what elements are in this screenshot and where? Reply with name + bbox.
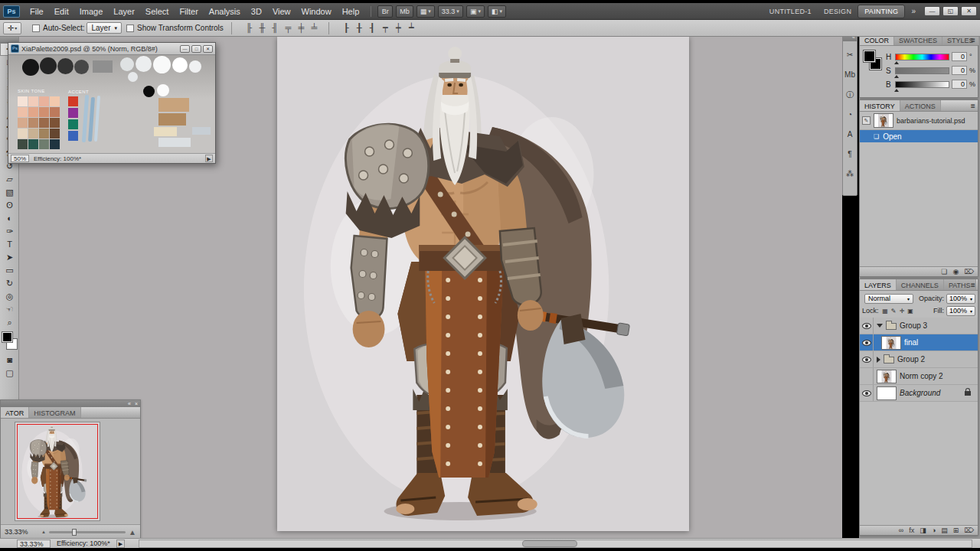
visibility-toggle[interactable] [860,351,874,367]
bridge-button[interactable]: Br [377,5,393,18]
pen-tool[interactable]: ✑ [0,225,19,238]
palette-close-button[interactable]: ✕ [203,45,213,53]
menu-layer[interactable]: Layer [108,3,140,20]
tab-history[interactable]: HISTORY [860,100,900,111]
visibility-toggle[interactable] [860,318,874,334]
show-transform-checkbox[interactable] [126,24,134,32]
zoom-slider-thumb[interactable] [72,529,77,536]
menu-3d[interactable]: 3D [246,3,267,20]
zoom-in-icon[interactable]: ▲ [129,528,136,536]
zoom-tool[interactable]: ⌕ [0,316,19,329]
blur-tool[interactable]: ʘ [0,199,19,212]
channel-slider-h[interactable] [895,54,949,60]
layers-panel-menu-button[interactable]: ≣ [970,282,975,289]
lock-all-icon[interactable]: ▣ [906,308,915,315]
link-layers-button[interactable]: ∞ [899,527,903,534]
auto-select-checkbox[interactable] [32,24,40,32]
layer-row-group-2[interactable]: Group 2 [860,351,978,368]
menu-analysis[interactable]: Analysis [204,3,246,20]
new-group-button[interactable]: ▤ [941,527,948,534]
menu-window[interactable]: Window [296,3,337,20]
zoom-out-icon[interactable]: ▲ [41,530,46,534]
clone-source-panel-button[interactable]: ⁂ [843,168,857,181]
fill-field[interactable]: 100% ▾ [946,306,975,316]
delete-state-button[interactable]: ⌦ [964,268,974,276]
layer-row-group-3[interactable]: Group 3 [860,318,978,334]
history-state-open[interactable]: ❏Open [860,130,978,142]
hand-tool[interactable]: ☜ [0,303,19,316]
mini-bridge-button[interactable]: Mb [396,5,413,18]
toolbar-screen-mode-button[interactable]: ▢ [0,367,19,380]
workspace-tab-design[interactable]: DESIGN [818,5,858,18]
palette-scroll-right-button[interactable]: ▶ [205,155,213,162]
paragraph-panel-button[interactable]: ¶ [843,148,857,161]
color-panel-menu-button[interactable]: ≣ [970,37,975,44]
align-vertical-centers-icon[interactable]: ╪ [295,22,308,34]
mini-bridge-panel-button[interactable]: Mb [843,69,857,81]
screen-mode-button[interactable]: ◧▾ [488,5,506,18]
delete-layer-button[interactable]: ⌦ [964,527,974,534]
navigator-thumbnail[interactable] [15,422,100,521]
3d-camera-tool[interactable]: ◎ [0,290,19,303]
workspace-tab-painting[interactable]: PAINTING [858,5,905,18]
lock-image-pixels-icon[interactable]: ✎ [890,308,898,315]
adjustment-layer-button[interactable]: ◑ [932,527,936,534]
channel-slider-s[interactable] [895,67,949,74]
new-layer-button[interactable]: ⊞ [953,527,959,534]
view-extras-button[interactable]: ▦▾ [416,5,435,18]
add-layer-mask-button[interactable]: ◨ [920,527,926,534]
type-tool[interactable]: T [0,238,19,251]
document-canvas[interactable] [277,37,689,531]
create-snapshot-button[interactable]: ◉ [952,268,959,276]
menu-view[interactable]: View [267,3,296,20]
close-icon[interactable]: × [135,400,138,407]
history-snapshot-row[interactable]: ✎ barbarians-tutorial.psd [860,112,978,130]
navigator-zoom-field[interactable]: 33.33% [5,528,38,536]
visibility-toggle-empty[interactable] [860,368,874,384]
auto-select-dropdown[interactable]: Layer ▾ [87,22,122,34]
tab-layers[interactable]: LAYERS [860,279,897,290]
tab-channels[interactable]: CHANNELS [897,279,944,290]
layer-style-button[interactable]: fx [909,527,914,534]
navigator-zoom-slider[interactable] [49,531,126,533]
3d-rotate-tool[interactable]: ↻ [0,277,19,290]
quick-mask-button[interactable]: ◙ [0,354,19,367]
blend-mode-dropdown[interactable]: Normal ▾ [864,294,913,304]
new-document-from-state-button[interactable]: ❏ [941,268,947,276]
align-bottom-edges-icon[interactable]: ╧ [308,22,321,34]
shape-tool[interactable]: ▭ [0,264,19,277]
palette-zoom-field[interactable]: 50% [11,155,29,162]
menu-image[interactable]: Image [74,3,109,20]
menu-help[interactable]: Help [337,3,365,20]
arrange-documents-button[interactable]: ▣▾ [466,5,485,18]
scrollbar-thumb[interactable] [522,540,577,547]
lock-transparent-pixels-icon[interactable]: ▦ [881,308,890,315]
close-button[interactable]: ✕ [961,6,977,16]
menu-file[interactable]: File [24,3,49,20]
menu-select[interactable]: Select [140,3,175,20]
lock-position-icon[interactable]: ✛ [898,308,906,315]
path-selection-tool[interactable]: ➤ [0,251,19,264]
visibility-toggle[interactable] [860,334,874,350]
channel-value-b[interactable]: 0 [952,80,967,89]
palette-minimize-button[interactable]: — [180,45,190,53]
channel-value-h[interactable]: 0 [952,52,967,61]
palette-window-titlebar[interactable]: Ps XiaPalette2009.psd @ 50% (Norm, RGB/8… [8,43,215,55]
foreground-color-chip[interactable] [2,332,12,342]
status-arrow-button[interactable]: ▶ [116,540,125,548]
eraser-tool[interactable]: ▱ [0,173,19,186]
distribute-top-edges-icon[interactable]: ┯ [379,22,392,34]
minimize-button[interactable]: — [924,6,940,16]
collapse-icon[interactable]: « [128,400,131,407]
palette-maximize-button[interactable]: □ [191,45,201,53]
tab-ator[interactable]: ATOR [1,407,29,418]
menu-edit[interactable]: Edit [49,3,74,20]
tab-actions[interactable]: ACTIONS [900,100,941,111]
workspace-tab-untitled-1[interactable]: UNTITLED-1 [763,5,818,18]
layer-row-background[interactable]: Background [860,385,978,402]
dodge-tool[interactable]: ◐ [0,212,19,225]
tool-preset-picker[interactable]: ✛ ▾ [3,22,21,34]
align-right-edges-icon[interactable]: ╢ [269,22,282,34]
gradient-tool[interactable]: ▧ [0,186,19,199]
layer-row-norm-copy-2[interactable]: Norm copy 2 [860,368,978,385]
